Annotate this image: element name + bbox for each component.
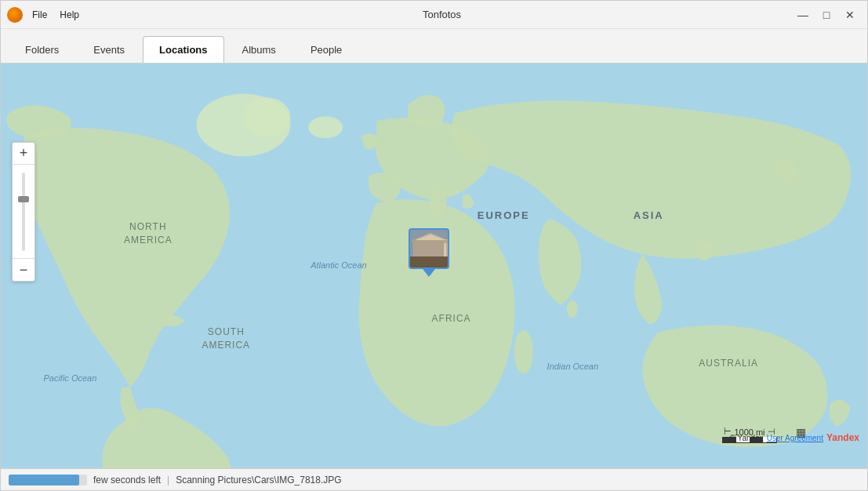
- zoom-track: [22, 173, 25, 251]
- svg-rect-7: [413, 239, 448, 267]
- tab-bar: Folders Events Locations Albums People: [1, 29, 867, 64]
- main-window: File Help Tonfotos — □ ✕ Folders Events …: [0, 0, 868, 491]
- window-controls: — □ ✕: [792, 5, 861, 24]
- menu-help[interactable]: Help: [55, 8, 84, 22]
- svg-rect-14: [443, 242, 446, 265]
- tab-locations[interactable]: Locations: [143, 36, 223, 63]
- copyright-text: © Yandex: [730, 434, 764, 442]
- photo-marker-image: [410, 230, 448, 267]
- svg-rect-18: [412, 264, 448, 267]
- app-icon: [7, 7, 23, 23]
- svg-rect-9: [419, 242, 423, 265]
- yandex-logo: Yandex: [826, 432, 859, 443]
- svg-rect-12: [434, 242, 437, 265]
- svg-point-2: [243, 97, 290, 136]
- map-view[interactable]: Atlantic Ocean Pacific Ocean Indian Ocea…: [1, 64, 867, 468]
- svg-rect-13: [438, 242, 441, 265]
- status-scanning-text: Scanning Pictures\Cars\IMG_7818.JPG: [176, 475, 341, 486]
- svg-rect-10: [424, 242, 427, 265]
- zoom-thumb[interactable]: [18, 196, 29, 202]
- svg-rect-19: [410, 267, 448, 267]
- photo-marker[interactable]: [409, 228, 449, 277]
- tab-people[interactable]: People: [294, 36, 358, 63]
- maximize-button[interactable]: □: [815, 5, 837, 24]
- zoom-controls: + −: [12, 142, 35, 282]
- zoom-slider[interactable]: [13, 165, 35, 259]
- progress-fill: [9, 475, 79, 486]
- photo-marker-arrow: [423, 269, 435, 277]
- menu-file[interactable]: File: [27, 8, 52, 22]
- progress-bar: [9, 475, 87, 486]
- tab-folders[interactable]: Folders: [9, 36, 75, 63]
- tab-events[interactable]: Events: [77, 36, 141, 63]
- svg-rect-17: [412, 240, 448, 243]
- svg-rect-20: [413, 239, 416, 267]
- user-agreement-link[interactable]: User Agreement: [767, 434, 823, 442]
- menu-bar: File Help: [27, 8, 84, 22]
- close-button[interactable]: ✕: [839, 5, 861, 24]
- photo-marker-bubble: [409, 228, 449, 269]
- status-time-text: few seconds left: [93, 475, 161, 486]
- svg-point-5: [567, 300, 578, 318]
- status-separator: |: [167, 475, 169, 486]
- svg-point-4: [308, 116, 343, 138]
- zoom-out-button[interactable]: −: [13, 259, 35, 281]
- tab-albums[interactable]: Albums: [226, 36, 292, 63]
- window-title: Tonfotos: [92, 9, 792, 20]
- svg-rect-11: [429, 242, 432, 265]
- svg-point-3: [514, 330, 533, 374]
- status-bar: few seconds left | Scanning Pictures\Car…: [1, 468, 867, 490]
- zoom-in-button[interactable]: +: [13, 143, 35, 165]
- map-attribution: © Yandex User Agreement Yandex: [730, 432, 859, 443]
- minimize-button[interactable]: —: [792, 5, 814, 24]
- title-bar: File Help Tonfotos — □ ✕: [1, 1, 867, 29]
- svg-rect-8: [415, 242, 418, 265]
